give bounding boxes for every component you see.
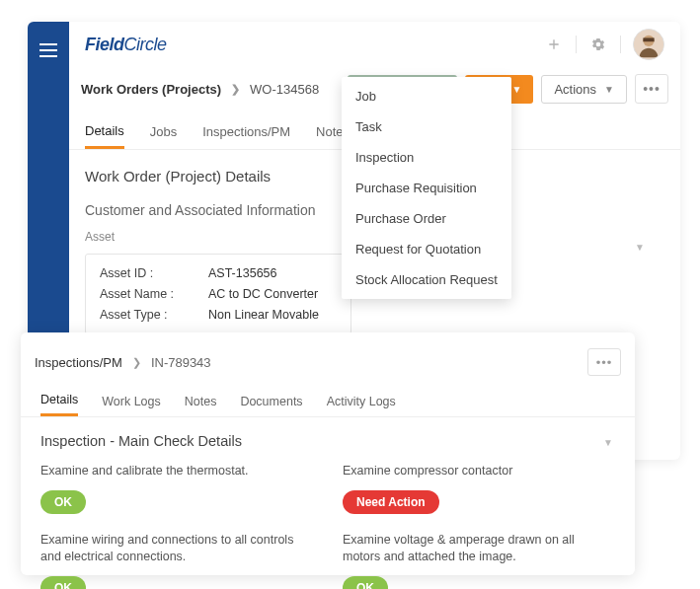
brand-logo: FieldCircle	[85, 35, 167, 55]
brand-suffix: Circle	[124, 35, 167, 54]
tab-inspections[interactable]: Inspections/PM	[202, 114, 290, 149]
divider	[620, 36, 621, 53]
asset-id-value: AST-135656	[208, 266, 277, 280]
chevron-down-icon: ▼	[604, 84, 614, 95]
chevron-right-icon: ❯	[132, 356, 141, 369]
status-badge-ok: OK	[40, 490, 86, 514]
breadcrumb-id: WO-134568	[250, 82, 319, 97]
tab-jobs[interactable]: Jobs	[150, 114, 177, 149]
sub-tab-notes[interactable]: Notes	[185, 386, 217, 416]
sub-breadcrumb-root[interactable]: Inspections/PM	[35, 355, 122, 370]
sub-tab-activity-logs[interactable]: Activity Logs	[327, 386, 396, 416]
dropdown-item-rfq[interactable]: Request for Quotation	[342, 234, 511, 264]
avatar[interactable]	[633, 29, 664, 60]
sub-tab-work-logs[interactable]: Work Logs	[102, 386, 161, 416]
check-item: Examine and calibrate the thermostat. OK	[40, 463, 313, 514]
sub-more-button[interactable]: •••	[587, 348, 621, 376]
dropdown-item-inspection[interactable]: Inspection	[342, 142, 511, 173]
dropdown-item-stock-allocation[interactable]: Stock Allocation Request	[342, 264, 511, 295]
gear-icon[interactable]	[588, 35, 608, 54]
divider	[576, 36, 577, 53]
breadcrumb-root[interactable]: Work Orders (Projects)	[81, 82, 221, 97]
sub-tab-documents[interactable]: Documents	[240, 386, 302, 416]
check-grid: Examine and calibrate the thermostat. OK…	[40, 463, 615, 589]
asset-type-value: Non Linear Movable	[208, 308, 319, 322]
sub-breadcrumb: Inspections/PM ❯ IN-789343 •••	[21, 332, 635, 386]
dropdown-item-task[interactable]: Task	[342, 111, 511, 142]
asset-id-key: Asset ID :	[100, 266, 208, 280]
sub-breadcrumb-id: IN-789343	[151, 355, 211, 370]
breadcrumb: Work Orders (Projects) ❯ WO-134568	[81, 82, 319, 97]
status-badge-ok: OK	[343, 576, 388, 590]
topbar-actions	[544, 29, 664, 60]
svg-rect-2	[643, 37, 654, 41]
asset-row: Asset Name : AC to DC Converter	[100, 287, 337, 301]
sub-panel: Inspection - Main Check Details ▼ Examin…	[21, 417, 635, 589]
asset-type-key: Asset Type :	[100, 308, 208, 322]
chevron-right-icon: ❯	[231, 83, 240, 96]
check-text: Examine voltage & amperage drawn on all …	[343, 532, 615, 566]
topbar: FieldCircle	[69, 22, 680, 67]
status-badge-ok: OK	[40, 576, 86, 590]
asset-name-key: Asset Name :	[100, 287, 208, 301]
asset-row: Asset Type : Non Linear Movable	[100, 308, 337, 322]
check-text: Examine wiring and connections to all co…	[40, 532, 313, 566]
dropdown-item-job[interactable]: Job	[342, 81, 511, 111]
inspection-window: Inspections/PM ❯ IN-789343 ••• Details W…	[21, 332, 635, 575]
more-button[interactable]: •••	[635, 74, 668, 104]
check-text: Examine compressor contactor	[343, 463, 615, 480]
check-item: Examine compressor contactor Need Action	[343, 463, 615, 514]
collapse-icon[interactable]: ▼	[603, 437, 613, 448]
check-item: Examine voltage & amperage drawn on all …	[343, 532, 615, 590]
collapse-icon[interactable]: ▼	[635, 242, 645, 253]
tab-details[interactable]: Details	[85, 114, 124, 149]
actions-button-label: Actions	[554, 82, 596, 97]
asset-card: Asset ID : AST-135656 Asset Name : AC to…	[85, 254, 351, 334]
add-dropdown-menu: Job Task Inspection Purchase Requisition…	[342, 77, 511, 299]
asset-row: Asset ID : AST-135656	[100, 266, 337, 280]
plus-icon[interactable]	[544, 35, 564, 54]
chevron-down-icon: ▼	[512, 84, 522, 95]
dropdown-item-purchase-order[interactable]: Purchase Order	[342, 203, 511, 234]
menu-toggle-icon[interactable]	[39, 43, 57, 57]
actions-button[interactable]: Actions ▼	[541, 75, 627, 104]
sub-panel-title: Inspection - Main Check Details	[40, 433, 615, 449]
brand-prefix: Field	[85, 35, 124, 54]
asset-name-value: AC to DC Converter	[208, 287, 318, 301]
check-text: Examine and calibrate the thermostat.	[40, 463, 313, 480]
sub-tabs: Details Work Logs Notes Documents Activi…	[21, 386, 635, 417]
status-badge-need-action: Need Action	[343, 490, 439, 514]
dropdown-item-purchase-requisition[interactable]: Purchase Requisition	[342, 173, 511, 203]
check-item: Examine wiring and connections to all co…	[40, 532, 313, 590]
sub-tab-details[interactable]: Details	[40, 386, 78, 416]
